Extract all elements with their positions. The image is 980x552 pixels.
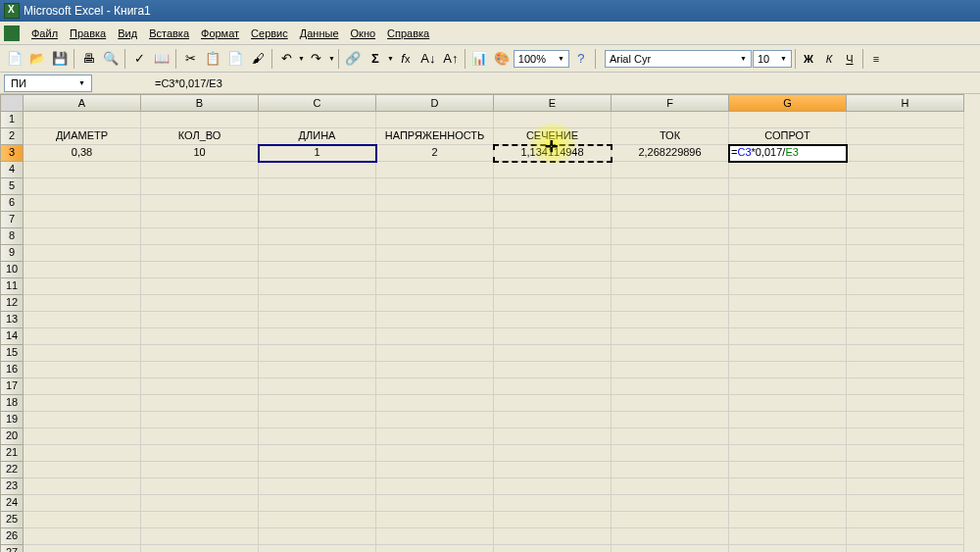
cell-C21[interactable] xyxy=(259,445,376,462)
cell-G18[interactable] xyxy=(729,395,847,412)
copy-button[interactable]: 📋 xyxy=(202,48,223,70)
research-button[interactable]: 📖 xyxy=(151,48,172,70)
cell-G22[interactable] xyxy=(729,462,847,478)
cell-H23[interactable] xyxy=(847,478,964,495)
cell-G20[interactable] xyxy=(729,428,847,445)
cell-A2[interactable]: ДИАМЕТР xyxy=(24,128,141,145)
cell-G12[interactable] xyxy=(729,295,847,312)
cell-A7[interactable] xyxy=(24,212,141,228)
undo-button[interactable]: ↶▼ xyxy=(275,48,305,70)
cell-F16[interactable] xyxy=(612,362,729,378)
cell-F2[interactable]: ТОК xyxy=(612,128,729,145)
cell-E22[interactable] xyxy=(494,462,612,478)
cell-E8[interactable] xyxy=(494,228,612,245)
col-header-D[interactable]: D xyxy=(376,94,494,112)
cell-B8[interactable] xyxy=(141,228,259,245)
cell-E4[interactable] xyxy=(494,162,612,178)
cell-B9[interactable] xyxy=(141,245,259,262)
row-header-2[interactable]: 2 xyxy=(0,128,24,145)
row-header-10[interactable]: 10 xyxy=(0,262,24,278)
cell-G23[interactable] xyxy=(729,478,847,495)
cell-C9[interactable] xyxy=(259,245,376,262)
cell-B10[interactable] xyxy=(141,262,259,278)
cell-F24[interactable] xyxy=(612,495,729,512)
cell-C19[interactable] xyxy=(259,412,376,428)
menu-data[interactable]: Данные xyxy=(294,25,345,41)
row-header-18[interactable]: 18 xyxy=(0,395,24,412)
row-header-23[interactable]: 23 xyxy=(0,478,24,495)
cell-B21[interactable] xyxy=(141,445,259,462)
italic-button[interactable]: К xyxy=(819,49,839,69)
cell-G25[interactable] xyxy=(729,512,847,528)
cell-G7[interactable] xyxy=(729,212,847,228)
cell-A6[interactable] xyxy=(24,195,141,212)
cell-F4[interactable] xyxy=(612,162,729,178)
cell-C11[interactable] xyxy=(259,278,376,295)
row-header-8[interactable]: 8 xyxy=(0,228,24,245)
cell-E21[interactable] xyxy=(494,445,612,462)
menu-insert[interactable]: Вставка xyxy=(143,25,195,41)
menu-edit[interactable]: Правка xyxy=(64,25,112,41)
cell-H11[interactable] xyxy=(847,278,964,295)
cell-H17[interactable] xyxy=(847,378,964,395)
cell-A14[interactable] xyxy=(24,328,141,345)
cell-A1[interactable] xyxy=(24,112,141,128)
col-header-C[interactable]: C xyxy=(259,94,376,112)
row-header-3[interactable]: 3 xyxy=(0,145,24,162)
print-button[interactable]: 🖶 xyxy=(77,48,99,70)
cell-F9[interactable] xyxy=(612,245,729,262)
cell-H16[interactable] xyxy=(847,362,964,378)
cell-C8[interactable] xyxy=(259,228,376,245)
cell-G24[interactable] xyxy=(729,495,847,512)
cell-A26[interactable] xyxy=(24,528,141,545)
cell-C10[interactable] xyxy=(259,262,376,278)
cell-D21[interactable] xyxy=(376,445,494,462)
cell-B24[interactable] xyxy=(141,495,259,512)
row-header-5[interactable]: 5 xyxy=(0,178,24,195)
cell-B12[interactable] xyxy=(141,295,259,312)
cell-H4[interactable] xyxy=(847,162,964,178)
cell-G27[interactable] xyxy=(729,545,847,552)
cell-C4[interactable] xyxy=(259,162,376,178)
cell-E20[interactable] xyxy=(494,428,612,445)
cell-D9[interactable] xyxy=(376,245,494,262)
cell-G17[interactable] xyxy=(729,378,847,395)
cell-E16[interactable] xyxy=(494,362,612,378)
cell-E19[interactable] xyxy=(494,412,612,428)
cell-A11[interactable] xyxy=(24,278,141,295)
select-all-button[interactable] xyxy=(0,94,24,112)
cell-A16[interactable] xyxy=(24,362,141,378)
cell-B5[interactable] xyxy=(141,178,259,195)
cell-B11[interactable] xyxy=(141,278,259,295)
format-painter-button[interactable]: 🖌 xyxy=(247,48,269,70)
cell-B16[interactable] xyxy=(141,362,259,378)
row-header-13[interactable]: 13 xyxy=(0,312,24,328)
cell-H25[interactable] xyxy=(847,512,964,528)
cell-H3[interactable] xyxy=(847,145,964,162)
cell-H27[interactable] xyxy=(847,545,964,552)
cell-D11[interactable] xyxy=(376,278,494,295)
cell-H22[interactable] xyxy=(847,462,964,478)
cell-D24[interactable] xyxy=(376,495,494,512)
cell-B25[interactable] xyxy=(141,512,259,528)
cut-button[interactable]: ✂ xyxy=(179,48,201,70)
cell-E5[interactable] xyxy=(494,178,612,195)
cell-E23[interactable] xyxy=(494,478,612,495)
cell-B2[interactable]: КОЛ_ВО xyxy=(141,128,259,145)
cell-A20[interactable] xyxy=(24,428,141,445)
col-header-G[interactable]: G xyxy=(729,94,847,112)
cell-E9[interactable] xyxy=(494,245,612,262)
cell-A15[interactable] xyxy=(24,345,141,362)
cell-H8[interactable] xyxy=(847,228,964,245)
cell-G19[interactable] xyxy=(729,412,847,428)
menu-format[interactable]: Формат xyxy=(195,25,245,41)
cell-B26[interactable] xyxy=(141,528,259,545)
cell-F7[interactable] xyxy=(612,212,729,228)
cell-H14[interactable] xyxy=(847,328,964,345)
cell-D5[interactable] xyxy=(376,178,494,195)
cell-A23[interactable] xyxy=(24,478,141,495)
cell-F5[interactable] xyxy=(612,178,729,195)
font-size-combo[interactable]: 10▼ xyxy=(753,50,792,68)
cell-H18[interactable] xyxy=(847,395,964,412)
menu-window[interactable]: Окно xyxy=(345,25,382,41)
